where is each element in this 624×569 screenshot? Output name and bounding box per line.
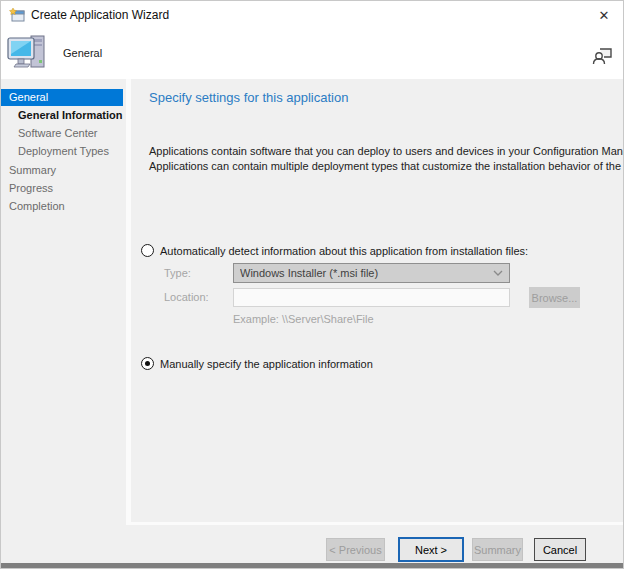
- radio-manual-specify-label: Manually specify the application informa…: [160, 358, 373, 370]
- wizard-page-content: Specify settings for this application Ap…: [131, 79, 624, 523]
- wizard-window-icon: [9, 7, 25, 23]
- browse-button[interactable]: Browse...: [529, 287, 580, 308]
- sidebar-item-general[interactable]: General: [1, 89, 123, 106]
- summary-button[interactable]: Summary: [472, 538, 523, 561]
- create-application-wizard-window: Create Application Wizard ✕ General Gene…: [0, 0, 624, 569]
- close-button[interactable]: ✕: [593, 5, 615, 25]
- radio-manual-specify[interactable]: Manually specify the application informa…: [141, 357, 373, 370]
- description-line-2: Applications can contain multiple deploy…: [149, 159, 624, 174]
- type-dropdown-value: Windows Installer (*.msi file): [240, 267, 493, 279]
- footer-divider: [126, 522, 624, 525]
- sidebar-item-summary[interactable]: Summary: [1, 162, 123, 179]
- sidebar-item-completion[interactable]: Completion: [1, 198, 123, 215]
- wizard-header: General: [1, 29, 623, 79]
- page-description: Applications contain software that you c…: [149, 144, 624, 174]
- page-heading: Specify settings for this application: [149, 90, 348, 105]
- previous-button[interactable]: < Previous: [326, 538, 385, 561]
- radio-auto-detect[interactable]: Automatically detect information about t…: [141, 244, 528, 257]
- radio-auto-detect-label: Automatically detect information about t…: [160, 245, 528, 257]
- type-dropdown[interactable]: Windows Installer (*.msi file): [233, 263, 510, 283]
- window-title: Create Application Wizard: [31, 8, 169, 22]
- location-input[interactable]: [233, 288, 510, 307]
- wizard-steps-sidebar: General General Information Software Cen…: [1, 79, 126, 523]
- radio-manual-specify-circle[interactable]: [141, 357, 154, 370]
- window-bottom-edge: [1, 563, 623, 568]
- title-bar: Create Application Wizard ✕: [1, 1, 623, 29]
- person-flag-icon[interactable]: [591, 44, 613, 66]
- type-label: Type:: [164, 267, 191, 279]
- next-button[interactable]: Next >: [398, 537, 464, 562]
- cancel-button[interactable]: Cancel: [534, 538, 586, 561]
- sidebar-item-software-center[interactable]: Software Center: [1, 125, 123, 142]
- sidebar-item-general-information[interactable]: General Information: [1, 107, 123, 124]
- header-page-title: General: [63, 47, 102, 59]
- sidebar-item-deployment-types[interactable]: Deployment Types: [1, 143, 123, 160]
- description-line-1: Applications contain software that you c…: [149, 144, 624, 159]
- location-example-hint: Example: \\Server\Share\File: [233, 313, 374, 325]
- sidebar-item-progress[interactable]: Progress: [1, 180, 123, 197]
- chevron-down-icon: [493, 269, 503, 277]
- location-label: Location:: [164, 291, 209, 303]
- radio-auto-detect-circle[interactable]: [141, 244, 154, 257]
- computer-icon: [5, 30, 51, 76]
